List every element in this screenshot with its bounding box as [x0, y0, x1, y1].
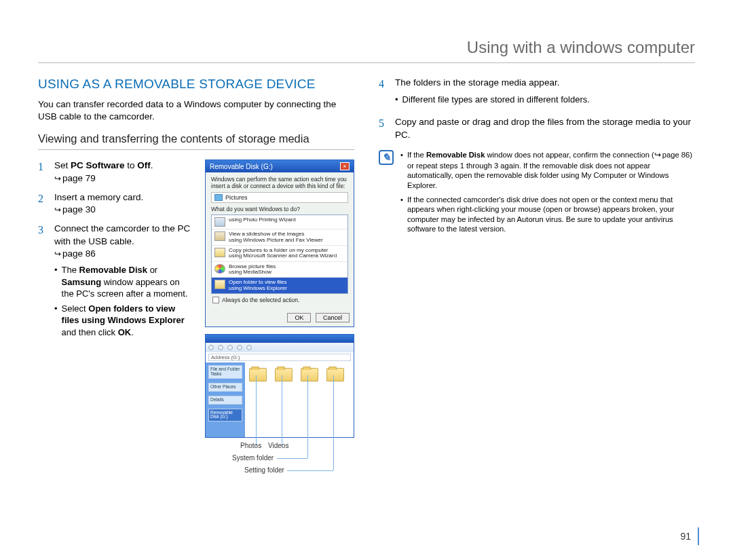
action-item-selected[interactable]: Open folder to view filesusing Windows E… [212, 278, 347, 293]
step-1: 1 Set PC Software to Off. page 79 [38, 160, 194, 184]
step-text: Copy and paste or drag and drop the file… [395, 116, 695, 142]
callout-setting: Setting folder [244, 466, 284, 474]
close-icon[interactable]: × [340, 162, 350, 170]
folder-icon [301, 368, 318, 381]
toolbar-icon[interactable] [246, 345, 252, 350]
bullet-dot: • [400, 195, 403, 234]
page-ref: page 86 [54, 248, 96, 259]
bullet-dot: • [54, 264, 58, 300]
right-column: 4 The folders in the storage media appea… [379, 77, 695, 485]
bullet-text: Different file types are stored in diffe… [402, 94, 590, 106]
intro-text: You can transfer recorded data to a Wind… [38, 98, 354, 123]
bullet: • The Removable Disk or Samsung window a… [54, 264, 194, 300]
folder-item[interactable] [248, 368, 268, 383]
explorer-toolbar [206, 343, 354, 352]
dialog-action-list[interactable]: using Photo Printing Wizard View a slide… [211, 214, 348, 294]
sidebar-block[interactable]: Other Places [208, 383, 242, 392]
explorer-addressbar[interactable]: Address (G:) [208, 354, 351, 361]
step-text: The folders in the storage media appear. [395, 77, 559, 88]
bullet-dot: • [400, 150, 403, 190]
bullet-bold: Samsung [62, 277, 102, 287]
note-icon: ✎ [379, 150, 394, 165]
bullet-text: Select [62, 303, 89, 314]
printer-icon [214, 217, 225, 227]
step-2: 2 Insert a memory card. page 30 [38, 191, 194, 216]
mediashow-icon [214, 264, 225, 274]
folder-open-icon [214, 280, 225, 289]
bullet: • Select Open folders to view files usin… [54, 303, 194, 339]
ok-button[interactable]: OK [287, 313, 311, 322]
picture-icon [214, 194, 223, 201]
bullet-text: The [62, 265, 79, 275]
action-item[interactable]: View a slideshow of the imagesusing Wind… [212, 229, 347, 246]
always-checkbox-row[interactable]: Always do the selected action. [211, 294, 348, 306]
folder-icon [249, 368, 267, 381]
explorer-sidebar: File and Folder Tasks Other Places Detai… [206, 362, 245, 437]
action-sublabel: using Windows Picture and Fax Viewer [229, 238, 323, 243]
sidebar-block[interactable]: File and Folder Tasks [208, 365, 242, 379]
callout-videos: Videos [268, 442, 288, 449]
page-ref: page 86 [654, 151, 690, 159]
callout-line [282, 375, 282, 446]
callout-photos: Photos [240, 442, 261, 449]
dialog-prompt: What do you want Windows to do? [211, 206, 348, 212]
callout-line [256, 375, 257, 446]
folder-icon [326, 368, 344, 381]
bullet-text: . [131, 327, 134, 337]
action-item[interactable]: Browse picture filesusing MediaShow [212, 262, 347, 278]
step-number: 1 [38, 160, 48, 184]
left-column: USING AS A REMOVABLE STORAGE DEVICE You … [38, 77, 354, 485]
step-text: . [151, 160, 153, 170]
step-number: 4 [379, 77, 388, 108]
toolbar-icon[interactable] [218, 345, 223, 350]
section-title: USING AS A REMOVABLE STORAGE DEVICE [38, 77, 354, 92]
action-sublabel: using MediaShow [229, 269, 276, 275]
page-ref: page 30 [54, 204, 96, 214]
dialog-titlebar: Removable Disk (G:) × [206, 160, 354, 172]
removable-disk-dialog: Removable Disk (G:) × Windows can perfor… [205, 160, 354, 327]
note-bullet: • If the connected camcorder's disk driv… [400, 195, 695, 234]
callout-line [287, 470, 333, 471]
callout-line [307, 375, 308, 458]
callout-line [277, 458, 307, 459]
note-text: If the [407, 151, 426, 159]
sidebar-block: Removable Disk (G:) [208, 409, 242, 422]
sidebar-block[interactable]: Details [208, 396, 242, 405]
slideshow-icon [214, 231, 225, 241]
copy-icon [214, 248, 225, 257]
action-item[interactable]: using Photo Printing Wizard [212, 215, 347, 229]
step-3: 3 Connect the camcorder to the PC with t… [38, 223, 194, 341]
step-text: Insert a memory card. [54, 192, 143, 202]
callout-line [333, 375, 334, 470]
action-item[interactable]: Copy pictures to a folder on my computer… [212, 246, 347, 262]
folder-item[interactable] [299, 368, 320, 383]
bullet-dot: • [395, 94, 398, 106]
folder-item[interactable] [325, 368, 345, 383]
dialog-message: Windows can perform the same action each… [211, 176, 348, 189]
callout-system: System folder [232, 454, 274, 462]
bullet: • Different file types are stored in dif… [395, 94, 695, 106]
note-box: ✎ • If the Removable Disk window does no… [379, 150, 695, 238]
action-sublabel: using Windows Explorer [229, 286, 287, 291]
step-text: to [125, 160, 138, 170]
toolbar-icon[interactable] [227, 345, 233, 350]
folder-item[interactable] [274, 368, 294, 383]
note-text: window does not appear, confirm the conn… [485, 151, 654, 159]
action-label: using Photo Printing Wizard [229, 217, 296, 223]
dialog-filetype-label: Pictures [225, 194, 248, 201]
toolbar-icon[interactable] [208, 345, 214, 350]
explorer-window: Address (G:) File and Folder Tasks Other… [205, 334, 354, 438]
action-sublabel: using Microsoft Scanner and Camera Wizar… [229, 253, 337, 259]
explorer-titlebar [206, 335, 354, 343]
bullet-dot: • [54, 303, 58, 339]
page-ref: page 79 [54, 173, 96, 183]
bullet-bold: Removable Disk [79, 265, 147, 275]
bullet-bold: OK [118, 327, 132, 337]
note-text: If the connected camcorder's disk drive … [407, 195, 695, 234]
cancel-button[interactable]: Cancel [316, 313, 350, 322]
toolbar-icon[interactable] [237, 345, 242, 350]
checkbox-icon[interactable] [212, 297, 219, 303]
step-text: Connect the camcorder to the PC with the… [54, 223, 190, 246]
note-bold: Removable Disk [426, 151, 485, 159]
page-number: 91 [680, 527, 699, 545]
